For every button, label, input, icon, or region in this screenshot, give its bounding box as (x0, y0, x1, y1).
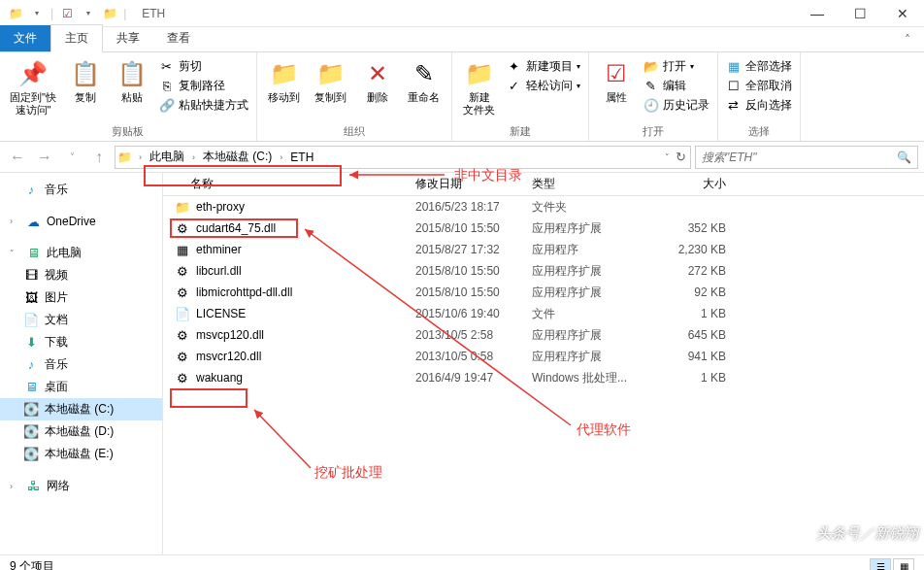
chevron-right-icon[interactable]: › (278, 152, 284, 162)
search-box[interactable]: 🔍 (695, 146, 918, 169)
chevron-icon[interactable]: › (10, 482, 19, 491)
breadcrumb-eth[interactable]: ETH (286, 149, 317, 166)
table-row[interactable]: ▦ethminer2015/8/27 17:32应用程序2,230 KB (163, 239, 924, 260)
nav-recent-dropdown[interactable]: ˅ (60, 146, 83, 169)
file-icon: ▦ (175, 242, 190, 257)
copy-to-button[interactable]: 📁复制到 (310, 56, 352, 106)
history-icon: 🕘 (644, 98, 659, 114)
file-size: 941 KB (658, 350, 745, 363)
edit-button[interactable]: ✎编辑 (644, 78, 710, 94)
folder-icon: 📁 (117, 151, 135, 164)
file-name: wakuang (196, 371, 243, 385)
chevron-right-icon[interactable]: › (137, 152, 144, 162)
easy-access-button[interactable]: ✓轻松访问▾ (507, 78, 580, 94)
sidebar-item-documents[interactable]: 📄文档 (0, 309, 162, 331)
icons-view-button[interactable]: ▦ (893, 558, 914, 571)
sidebar-item-diskc[interactable]: 💽本地磁盘 (C:) (0, 398, 162, 420)
cut-button[interactable]: ✂剪切 (159, 58, 248, 75)
sidebar-item-downloads[interactable]: ⬇下载 (0, 331, 162, 353)
table-row[interactable]: ⚙libcurl.dll2015/8/10 15:50应用程序扩展272 KB (163, 260, 924, 282)
sidebar-item-pictures[interactable]: 🖼图片 (0, 286, 162, 309)
navigation-pane[interactable]: ♪音乐 ›☁OneDrive ˅🖥此电脑 🎞视频 🖼图片 📄文档 ⬇下载 ♪音乐… (0, 173, 163, 554)
table-row[interactable]: ⚙msvcr120.dll2013/10/5 0:58应用程序扩展941 KB (163, 346, 924, 367)
select-all-button[interactable]: ▦全部选择 (726, 58, 792, 75)
tab-file[interactable]: 文件 (0, 25, 50, 51)
new-item-button[interactable]: ✦新建项目▾ (507, 58, 580, 75)
details-view-button[interactable]: ☰ (870, 558, 891, 571)
close-button[interactable]: ✕ (881, 0, 924, 27)
sidebar-item-onedrive[interactable]: ›☁OneDrive (0, 211, 162, 232)
open-button[interactable]: 📂打开▾ (644, 58, 710, 75)
qat-dropdown-icon[interactable]: ▾ (29, 6, 45, 21)
sidebar-item-thispc[interactable]: ˅🖥此电脑 (0, 242, 162, 264)
delete-button[interactable]: ✕删除 (356, 56, 399, 106)
file-type: 文件 (532, 306, 658, 322)
ribbon-expand-icon[interactable]: ˄ (891, 28, 924, 51)
tab-view[interactable]: 查看 (153, 25, 204, 51)
select-none-button[interactable]: ☐全部取消 (726, 78, 792, 94)
sidebar-item-music-qa[interactable]: ♪音乐 (0, 179, 162, 201)
chevron-right-icon[interactable]: › (190, 152, 197, 162)
path-icon: ⎘ (159, 79, 175, 94)
address-dropdown-icon[interactable]: ˅ (663, 152, 672, 162)
refresh-icon[interactable]: ↻ (674, 150, 688, 164)
shortcut-icon: 🔗 (159, 98, 175, 114)
title-bar: 📁 ▾ | ☑ ▾ 📁 | ETH — ☐ ✕ (0, 0, 924, 27)
breadcrumb-diskc[interactable]: 本地磁盘 (C:) (199, 147, 276, 167)
paste-button[interactable]: 📋 粘贴 (111, 56, 153, 106)
file-name: libcurl.dll (196, 264, 242, 278)
invert-selection-button[interactable]: ⇄反向选择 (726, 97, 792, 114)
file-type: 应用程序 (532, 242, 658, 258)
explorer-body: ♪音乐 ›☁OneDrive ˅🖥此电脑 🎞视频 🖼图片 📄文档 ⬇下载 ♪音乐… (0, 173, 924, 554)
sidebar-item-music[interactable]: ♪音乐 (0, 353, 162, 376)
qat-check-icon[interactable]: ☑ (59, 6, 75, 21)
copy-button[interactable]: 📋 复制 (64, 56, 107, 106)
sidebar-item-diske[interactable]: 💽本地磁盘 (E:) (0, 443, 162, 465)
file-icon: ⚙ (175, 370, 190, 386)
copyto-icon: 📁 (315, 58, 346, 89)
search-icon[interactable]: 🔍 (897, 151, 911, 164)
file-type: 应用程序扩展 (532, 327, 658, 344)
move-to-button[interactable]: 📁移动到 (263, 56, 306, 106)
table-row[interactable]: ⚙wakuang2016/4/9 19:47Windows 批处理...1 KB (163, 367, 924, 388)
qat-dropdown2-icon[interactable]: ▾ (81, 6, 96, 21)
table-row[interactable]: ⚙msvcp120.dll2013/10/5 2:58应用程序扩展645 KB (163, 324, 924, 346)
maximize-button[interactable]: ☐ (839, 0, 881, 27)
sidebar-item-desktop[interactable]: 🖥桌面 (0, 376, 162, 398)
table-row[interactable]: ⚙libmicrohttpd-dll.dll2015/8/10 15:50应用程… (163, 282, 924, 303)
paste-shortcut-button[interactable]: 🔗粘贴快捷方式 (159, 97, 248, 114)
picture-icon: 🖼 (23, 290, 39, 306)
copy-path-button[interactable]: ⎘复制路径 (159, 78, 248, 94)
watermark: 头条号／新锐翔 (816, 524, 918, 543)
nav-forward-button[interactable]: → (33, 146, 56, 169)
properties-button[interactable]: ☑属性 (595, 56, 638, 106)
address-bar-row: ← → ˅ ↑ 📁 › 此电脑 › 本地磁盘 (C:) › ETH ˅ ↻ 🔍 (0, 142, 924, 173)
tab-share[interactable]: 共享 (103, 25, 153, 51)
tab-home[interactable]: 主页 (50, 24, 103, 52)
rename-button[interactable]: ✎重命名 (403, 56, 446, 106)
col-size[interactable]: 大小 (658, 176, 745, 192)
col-type[interactable]: 类型 (532, 176, 658, 192)
file-size: 1 KB (658, 307, 745, 320)
new-folder-button[interactable]: 📁新建 文件夹 (458, 56, 501, 118)
col-name[interactable]: 名称 (163, 176, 415, 192)
sidebar-item-network[interactable]: ›🖧网络 (0, 475, 162, 497)
col-date[interactable]: 修改日期 (415, 176, 532, 192)
nav-back-button[interactable]: ← (6, 146, 29, 169)
search-input[interactable] (702, 151, 897, 164)
nav-up-button[interactable]: ↑ (87, 146, 111, 169)
pin-quickaccess-button[interactable]: 📌 固定到"快 速访问" (6, 56, 60, 118)
monitor-icon: 🖥 (25, 246, 41, 261)
chevron-icon[interactable]: › (10, 217, 19, 226)
table-row[interactable]: 📄LICENSE2015/10/6 19:40文件1 KB (163, 303, 924, 324)
table-row[interactable]: ⚙cudart64_75.dll2015/8/10 15:50应用程序扩展352… (163, 218, 924, 239)
address-bar[interactable]: 📁 › 此电脑 › 本地磁盘 (C:) › ETH ˅ ↻ (115, 146, 691, 169)
sidebar-item-videos[interactable]: 🎞视频 (0, 264, 162, 286)
history-button[interactable]: 🕘历史记录 (644, 97, 710, 114)
table-row[interactable]: 📁eth-proxy2016/5/23 18:17文件夹 (163, 196, 924, 218)
sidebar-item-diskd[interactable]: 💽本地磁盘 (D:) (0, 420, 162, 443)
chevron-down-icon[interactable]: ˅ (10, 249, 19, 258)
file-list[interactable]: 📁eth-proxy2016/5/23 18:17文件夹⚙cudart64_75… (163, 196, 924, 388)
minimize-button[interactable]: — (796, 0, 839, 27)
breadcrumb-thispc[interactable]: 此电脑 (146, 147, 188, 167)
